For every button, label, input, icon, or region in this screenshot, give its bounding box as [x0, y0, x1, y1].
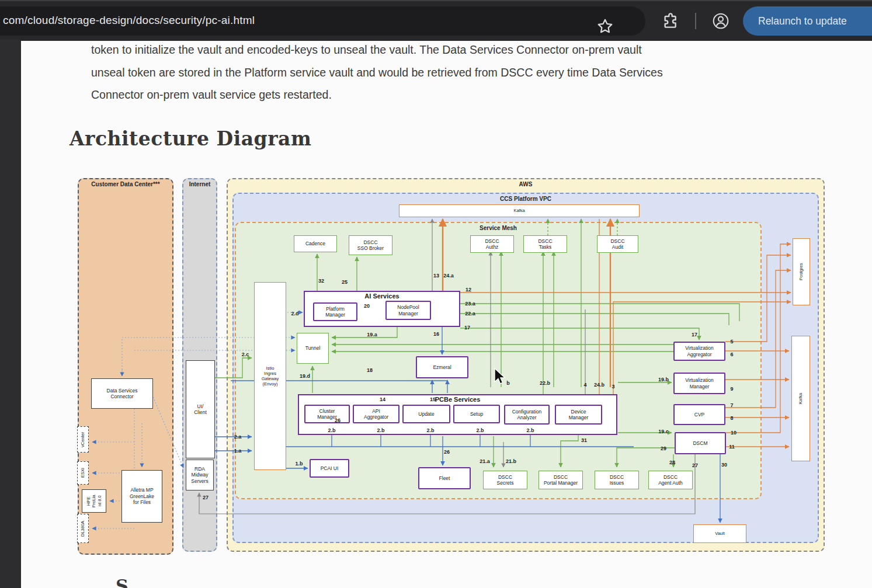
edge-label-2.d: 2.d	[291, 311, 298, 316]
edge-label-4: 4	[583, 382, 586, 388]
hpe-proliant: HPE ProLia nt 8.0	[82, 489, 106, 513]
edge-label-26: 26	[335, 417, 341, 423]
cluster-manager: Cluster Manager	[304, 405, 350, 423]
edge-label-29: 29	[661, 446, 666, 451]
edge-label-19.b: 19.b	[658, 377, 669, 382]
edge-label-31: 31	[581, 437, 587, 443]
edge-label-17: 17	[692, 332, 697, 338]
edge-label-26: 26	[444, 449, 450, 455]
edge-label-22.a: 22.a	[465, 311, 475, 316]
edge-label-2.b: 2.b	[377, 427, 384, 433]
edge-label-14: 14	[380, 396, 385, 402]
toolbar-divider	[695, 13, 696, 29]
rda-midway-servers: RDA Midway Servers	[186, 460, 214, 490]
dscc-tasks: DSCC Tasks	[523, 235, 567, 253]
screenshot-root: { "browser": { "url": "com/cloud/storage…	[0, 0, 872, 588]
edge-label-11: 11	[729, 444, 735, 450]
dscc-agent-auth: DSCC Agent Auth	[648, 471, 693, 489]
edge-label-23.a: 23.a	[465, 301, 475, 307]
pcai-ui: PCAI UI	[310, 459, 349, 478]
edge-label-24.b: 24.b	[594, 382, 605, 388]
profile-icon[interactable]	[711, 12, 730, 30]
edge-label-13: 13	[433, 273, 439, 279]
edge-label-19.a: 19.a	[367, 332, 377, 338]
edge-label-2.b: 2.b	[526, 427, 534, 433]
paragraph-line: unseal token are stored in the Platform …	[91, 61, 663, 84]
postgres: Postgres	[793, 238, 810, 305]
edge-label-2.c: 2.c	[242, 352, 249, 357]
ccs-platform-vpc-label: CCS Platform VPC	[234, 196, 818, 202]
edge-label-28: 28	[669, 460, 675, 465]
alletra-mp-greenlake: Alletra MP GreenLake for Files	[121, 470, 162, 523]
edge-label-16: 16	[433, 331, 439, 337]
relaunch-button[interactable]: Relaunch to update	[743, 6, 872, 36]
edge-label-19.c: 19.c	[658, 429, 669, 434]
edge-label-12: 12	[465, 287, 471, 293]
edge-label-1.a: 1.a	[234, 448, 242, 454]
dscc-audit: DSCC Audit	[597, 235, 638, 253]
dscc-authz: DSCC Authz	[470, 235, 514, 253]
update: Update	[402, 405, 450, 423]
virtualization-aggregator: Virtualization Aggregator	[673, 342, 725, 361]
url-bar[interactable]: com/cloud/storage-design/docs/security/p…	[0, 6, 645, 36]
url-text[interactable]: com/cloud/storage-design/docs/security/p…	[3, 14, 255, 27]
data-services-connector: Data Services Connector	[91, 378, 153, 409]
edge-label-18: 18	[367, 367, 373, 373]
aws-label: AWS	[228, 181, 824, 187]
setup: Setup	[453, 405, 500, 423]
istio-ingress-gateway: Istio Ingres Gateway (Envoy)	[254, 282, 286, 470]
edge-label-1.b: 1.b	[295, 461, 303, 467]
edge-label-2.b: 2.b	[328, 427, 335, 433]
esxi: ESXi	[77, 461, 89, 485]
fleet: Fleet	[418, 467, 471, 489]
internet-label: Internet	[183, 181, 216, 187]
page-title: Architecture Diagram	[70, 127, 311, 150]
bookmark-star-icon[interactable]	[596, 17, 614, 36]
ezmeral: Ezmeral	[416, 356, 468, 378]
kafka-right: Kafka	[791, 336, 810, 461]
dscc-issues: DSCC Issues	[595, 471, 639, 489]
edge-label-27: 27	[203, 495, 209, 500]
ui-client: UI/ Client	[186, 360, 215, 458]
dscc-sso-broker: DSCC SSO Broker	[349, 235, 392, 255]
edge-label-27: 27	[692, 462, 698, 468]
paragraph-line: token to initialize the vault and encode…	[91, 39, 663, 61]
edge-label-22.b: 22.b	[540, 380, 550, 386]
device-manager: Device Manager	[555, 405, 602, 425]
edge-label-7: 7	[730, 402, 733, 408]
extensions-icon[interactable]	[661, 12, 680, 30]
platform-manager: Platform Manager	[313, 302, 357, 321]
nodepool-manager: NodePool Manager	[385, 301, 431, 320]
edge-label-10: 10	[731, 430, 736, 436]
edge-label-8: 8	[730, 415, 733, 421]
vault: Vault	[693, 524, 746, 543]
dscm: DSCM	[675, 432, 726, 454]
relaunch-button-label: Relaunch to update	[758, 15, 847, 27]
architecture-diagram: Customer Data Center***InternetAWSCCS Pl…	[69, 172, 825, 558]
edge-label-2.a: 2.a	[234, 434, 242, 440]
dscc-portal-manager: DSCC Portal Manager	[539, 471, 583, 489]
edge-label-2.b: 2.b	[476, 427, 484, 433]
cadence: Cadence	[294, 235, 337, 252]
edge-label-2.b: 2.b	[426, 427, 434, 433]
configuration-analyzer: Configuration Analyzer	[504, 405, 550, 425]
clipped-next-heading: S	[116, 576, 151, 588]
edge-label-6: 6	[730, 352, 733, 357]
paragraph-line: Connector on-prem vault service gets res…	[91, 83, 663, 106]
kafka-top: Kafka	[399, 204, 640, 217]
api-aggregator: API Aggregator	[353, 405, 399, 423]
edge-label-17: 17	[464, 325, 470, 330]
edge-label-24.a: 24.a	[443, 273, 454, 279]
window-left-edge	[0, 40, 21, 588]
edge-label-20: 20	[364, 303, 370, 309]
edge-label-30: 30	[721, 462, 727, 468]
mouse-cursor	[494, 368, 509, 385]
vcenter: vCenter	[77, 426, 89, 453]
edge-label-21.a: 21.a	[480, 458, 490, 464]
edge-label-15: 15	[430, 396, 436, 402]
dscc-secrets: DSCC Secrets	[483, 471, 527, 489]
edge-label-25: 25	[342, 279, 348, 285]
virtualization-manager: Virtualization Manager	[673, 373, 725, 394]
tunnel: Tunnel	[297, 333, 329, 364]
service-mesh-label: Service Mesh	[236, 225, 760, 231]
